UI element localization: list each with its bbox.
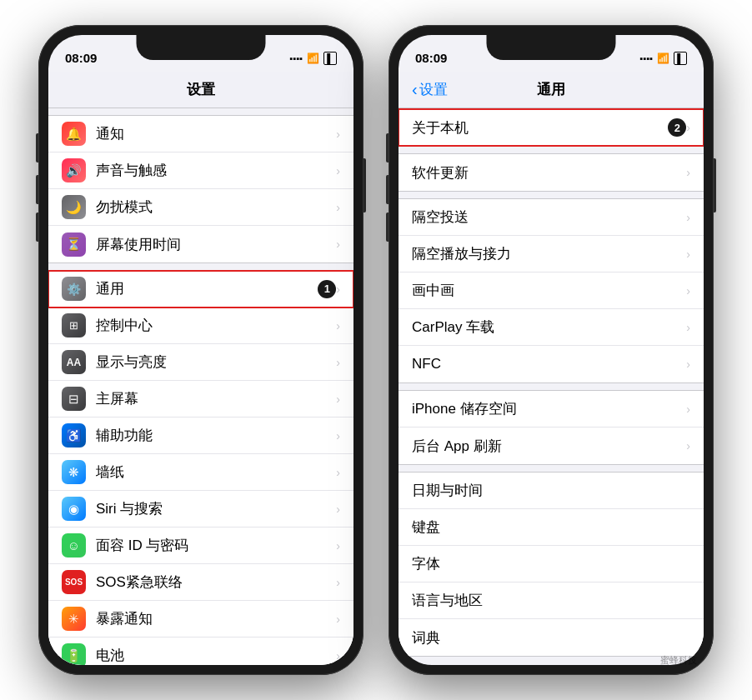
battery-chevron: › (336, 649, 340, 662)
settings-item-font[interactable]: 字体 (399, 546, 704, 582)
notifications-label: 通知 (96, 124, 336, 143)
sounds-chevron: › (336, 164, 340, 178)
nfc-label: NFC (412, 356, 686, 372)
settings-item-siri[interactable]: ◉ Siri 与搜索 › (48, 491, 353, 528)
settings-item-sos[interactable]: SOS SOS紧急联络 › (48, 564, 353, 601)
phone2-status-icons: ▪▪▪▪ 📶 ▌ (640, 52, 687, 65)
phone2-group2: 软件更新 › (399, 153, 704, 192)
accessibility-icon: ♿ (62, 423, 86, 448)
settings-item-dictionary[interactable]: 词典 (399, 619, 704, 656)
phone2-time: 08:09 (415, 51, 447, 65)
settings-item-datetime[interactable]: 日期与时间 (399, 472, 704, 509)
phone1-notch (137, 35, 266, 60)
language-label: 语言与地区 (412, 591, 690, 610)
settings-item-airplay[interactable]: 隔空播放与接力 › (399, 236, 704, 272)
carplay-chevron: › (686, 321, 690, 334)
exposure-icon: ✳ (62, 607, 86, 631)
general-icon: ⚙️ (62, 277, 86, 301)
general-label: 通用 (96, 279, 311, 298)
sounds-label: 声音与触感 (96, 161, 336, 180)
settings-item-keyboard[interactable]: 键盘 (399, 509, 704, 546)
notifications-chevron: › (336, 128, 340, 141)
backgroundapp-chevron: › (686, 439, 690, 452)
home-chevron: › (336, 392, 340, 406)
signal-icon: ▪▪▪▪ (290, 53, 303, 63)
phone1-time: 08:09 (65, 51, 97, 65)
dnd-label: 勿扰模式 (96, 198, 336, 217)
siri-chevron: › (336, 502, 340, 516)
settings-item-control[interactable]: ⊞ 控制中心 › (48, 308, 353, 344)
settings-item-pip[interactable]: 画中画 › (399, 272, 704, 309)
settings-item-accessibility[interactable]: ♿ 辅助功能 › (48, 418, 353, 454)
display-icon: AA (62, 350, 86, 374)
settings-item-sounds[interactable]: 🔊 声音与触感 › (48, 152, 353, 189)
display-chevron: › (336, 356, 340, 369)
airplay-chevron: › (686, 248, 690, 261)
phone2-screen: 08:09 ▪▪▪▪ 📶 ▌ ‹ 设置 通用 关于本机 2 › (399, 35, 704, 665)
battery-label: 电池 (96, 646, 336, 665)
about-label: 关于本机 (412, 118, 661, 138)
phone1: 08:09 ▪▪▪▪ 📶 ▌ 设置 🔔 通知 › (38, 25, 363, 675)
phone2: 08:09 ▪▪▪▪ 📶 ▌ ‹ 设置 通用 关于本机 2 › (389, 25, 714, 675)
battery-icon: 🔋 (62, 643, 86, 665)
settings-item-airdrop[interactable]: 隔空投送 › (399, 199, 704, 236)
home-icon: ⊟ (62, 387, 86, 411)
airdrop-label: 隔空投送 (412, 208, 686, 227)
wifi-icon: 📶 (307, 52, 319, 64)
phone2-group1: 关于本机 2 › (399, 108, 704, 147)
settings-item-display[interactable]: AA 显示与亮度 › (48, 344, 353, 381)
faceid-chevron: › (336, 539, 340, 552)
settings-item-backgroundapp[interactable]: 后台 App 刷新 › (399, 428, 704, 464)
faceid-label: 面容 ID 与密码 (96, 536, 336, 555)
settings-item-battery[interactable]: 🔋 电池 › (48, 638, 353, 665)
settings-item-notifications[interactable]: 🔔 通知 › (48, 116, 353, 152)
airplay-label: 隔空播放与接力 (412, 244, 686, 263)
display-label: 显示与亮度 (96, 352, 336, 372)
siri-label: Siri 与搜索 (96, 499, 336, 518)
accessibility-label: 辅助功能 (96, 426, 336, 445)
settings-item-faceid[interactable]: ☺ 面容 ID 与密码 › (48, 528, 353, 564)
phone2-back-button[interactable]: ‹ 设置 (412, 80, 448, 99)
phone1-content: 🔔 通知 › 🔊 声音与触感 › 🌙 勿扰模式 (48, 108, 353, 665)
back-chevron-icon: ‹ (412, 80, 418, 99)
dnd-chevron: › (336, 201, 340, 214)
exposure-chevron: › (336, 612, 340, 626)
screentime-chevron: › (336, 238, 340, 251)
pip-chevron: › (686, 284, 690, 298)
settings-item-language[interactable]: 语言与地区 (399, 582, 704, 619)
phone2-group5: 日期与时间 键盘 字体 语言与地区 词典 (399, 472, 704, 657)
softwareupdate-chevron: › (686, 166, 690, 179)
phone1-group2: ⚙️ 通用 1 › ⊞ 控制中心 › AA 显示与 (48, 270, 353, 665)
storage-label: iPhone 储存空间 (412, 399, 686, 418)
softwareupdate-label: 软件更新 (412, 163, 686, 182)
phone2-group3: 隔空投送 › 隔空播放与接力 › 画中画 › CarPlay 车载 › NFC (399, 198, 704, 383)
datetime-label: 日期与时间 (412, 481, 690, 500)
signal-icon2: ▪▪▪▪ (640, 53, 654, 63)
phone1-status-icons: ▪▪▪▪ 📶 ▌ (290, 52, 337, 65)
settings-item-exposure[interactable]: ✳ 暴露通知 › (48, 601, 353, 638)
faceid-icon: ☺ (62, 533, 86, 558)
control-chevron: › (336, 319, 340, 332)
settings-item-softwareupdate[interactable]: 软件更新 › (399, 154, 704, 191)
phone1-nav-title: 设置 (187, 80, 215, 99)
storage-chevron: › (686, 402, 690, 416)
settings-item-carplay[interactable]: CarPlay 车载 › (399, 309, 704, 346)
dnd-icon: 🌙 (62, 195, 86, 219)
settings-item-dnd[interactable]: 🌙 勿扰模式 › (48, 189, 353, 226)
settings-item-nfc[interactable]: NFC › (399, 346, 704, 382)
dictionary-label: 词典 (412, 628, 690, 648)
settings-item-storage[interactable]: iPhone 储存空间 › (399, 391, 704, 428)
home-label: 主屏幕 (96, 389, 336, 408)
settings-item-screentime[interactable]: ⏳ 屏幕使用时间 › (48, 226, 353, 262)
wallpaper-label: 墙纸 (96, 462, 336, 482)
sounds-icon: 🔊 (62, 158, 86, 182)
airdrop-chevron: › (686, 211, 690, 224)
settings-item-home[interactable]: ⊟ 主屏幕 › (48, 381, 353, 418)
settings-item-wallpaper[interactable]: ❋ 墙纸 › (48, 454, 353, 491)
phone1-screen: 08:09 ▪▪▪▪ 📶 ▌ 设置 🔔 通知 › (48, 35, 353, 665)
settings-item-about[interactable]: 关于本机 2 › (399, 109, 704, 146)
wallpaper-icon: ❋ (62, 460, 86, 484)
settings-item-general[interactable]: ⚙️ 通用 1 › (48, 271, 353, 308)
wifi-icon2: 📶 (657, 52, 669, 64)
sos-chevron: › (336, 576, 340, 589)
